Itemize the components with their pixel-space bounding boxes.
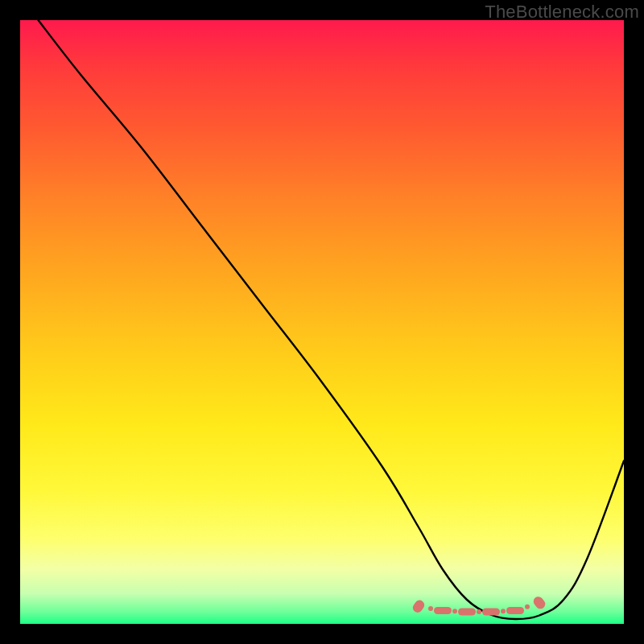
curve-marker [482, 609, 500, 616]
curve-marker [452, 609, 457, 613]
curve-marker [428, 606, 433, 611]
curve-marker [434, 607, 452, 614]
curve-marker [506, 607, 524, 614]
chart-svg [20, 20, 624, 624]
bottleneck-curve [39, 20, 625, 619]
curve-marker [525, 605, 530, 609]
watermark: TheBottleneck.com [485, 2, 639, 23]
curve-marker [477, 609, 481, 614]
curve-marker [501, 609, 506, 613]
chart-frame: TheBottleneck.com [0, 0, 644, 644]
curve-marker [458, 609, 476, 616]
curve-marker [411, 598, 426, 614]
curve-marker [531, 595, 547, 611]
plot-area [20, 20, 624, 624]
marker-group [411, 595, 547, 616]
